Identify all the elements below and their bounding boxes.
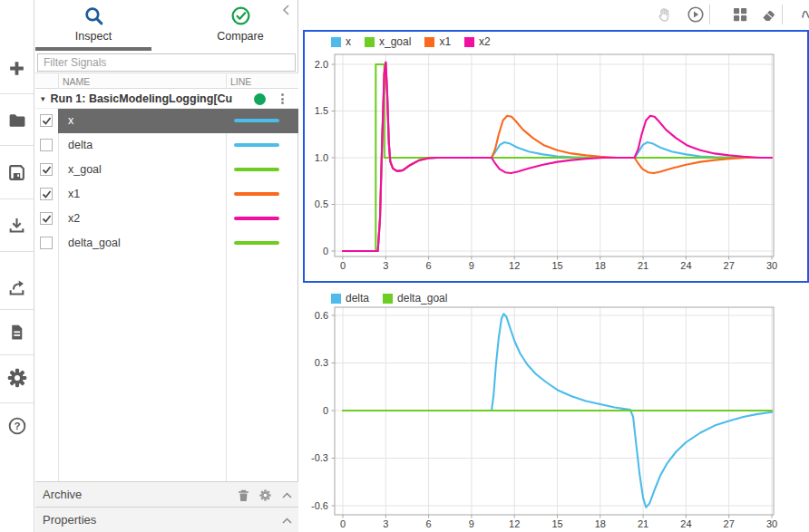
subplot-bottom-chart[interactable]: 036912151821242730-0.6-0.300.30.6 xyxy=(303,288,809,532)
legend-swatch xyxy=(383,294,393,304)
legend-item-x1: x1 xyxy=(424,35,451,48)
divider xyxy=(0,402,34,403)
signal-name-label: x xyxy=(68,114,73,127)
run-menu-kebab-icon[interactable] xyxy=(277,92,288,106)
archive-collapse-chevron-icon[interactable] xyxy=(280,488,294,502)
svg-text:0.5: 0.5 xyxy=(315,198,328,209)
properties-collapse-chevron-icon[interactable] xyxy=(280,514,294,527)
svg-text:3: 3 xyxy=(383,518,388,529)
signal-row-x[interactable]: x xyxy=(35,109,298,133)
run-status-dot xyxy=(254,93,266,105)
signal-display-button[interactable] xyxy=(797,3,809,26)
signal-checkbox[interactable] xyxy=(40,188,53,200)
svg-text:6: 6 xyxy=(426,518,432,529)
properties-section-header[interactable]: Properties xyxy=(35,507,298,532)
signal-row-delta[interactable]: delta xyxy=(35,133,298,158)
signal-line-swatch xyxy=(234,217,279,220)
eraser-icon xyxy=(760,6,777,24)
svg-text:9: 9 xyxy=(469,518,474,529)
save-button[interactable] xyxy=(0,154,34,190)
open-folder-icon xyxy=(7,111,26,130)
trash-icon[interactable] xyxy=(237,488,250,502)
svg-text:12: 12 xyxy=(509,260,520,271)
legend-label: x1 xyxy=(439,35,451,48)
open-button[interactable] xyxy=(0,102,34,138)
svg-text:27: 27 xyxy=(724,260,735,271)
tab-inspect[interactable]: Inspect xyxy=(35,0,151,51)
divider xyxy=(0,145,34,146)
replay-icon xyxy=(687,5,705,24)
divider xyxy=(0,93,34,94)
report-button[interactable] xyxy=(0,314,34,350)
tab-inspect-label: Inspect xyxy=(75,30,112,43)
signal-line-swatch xyxy=(234,143,279,147)
legend-item-x_goal: x_goal xyxy=(365,35,411,48)
legend-swatch xyxy=(331,37,341,47)
check-circle-icon xyxy=(230,5,251,26)
signal-name-label: x_goal xyxy=(68,163,102,176)
signal-row-x1[interactable]: x1 xyxy=(35,182,298,207)
signal-checkbox[interactable] xyxy=(40,163,53,176)
svg-text:21: 21 xyxy=(638,518,648,529)
signal-row-x2[interactable]: x2 xyxy=(35,207,298,231)
signal-checkbox[interactable] xyxy=(40,114,53,127)
preferences-button[interactable] xyxy=(0,360,34,396)
clear-plots-button[interactable] xyxy=(756,3,780,26)
svg-text:-0.3: -0.3 xyxy=(311,452,328,463)
svg-text:0: 0 xyxy=(340,518,346,529)
expand-caret-icon[interactable]: ▾ xyxy=(41,94,45,103)
tab-compare-label: Compare xyxy=(217,30,263,43)
archive-section-header[interactable]: Archive xyxy=(35,481,298,507)
help-button[interactable]: ? xyxy=(0,408,34,444)
signal-line-swatch xyxy=(234,119,279,122)
signal-line-swatch xyxy=(234,241,279,245)
signal-line-swatch xyxy=(234,192,279,196)
run-row[interactable]: ▾ Run 1: BasicModelingLogging[Current] xyxy=(35,89,298,109)
subplot-bottom[interactable]: deltadelta_goal 036912151821242730-0.6-0… xyxy=(303,288,809,532)
signal-name-label: x1 xyxy=(68,188,80,200)
svg-text:0: 0 xyxy=(323,405,328,416)
subplot-top-selected[interactable]: xx_goalx1x2 03691215182124273000.51.01.5… xyxy=(303,30,809,283)
legend-swatch xyxy=(424,37,434,47)
svg-text:0.3: 0.3 xyxy=(315,357,328,368)
signal-checkbox[interactable] xyxy=(40,139,53,151)
subplot-top-chart[interactable]: 03691215182124273000.51.01.52.0 xyxy=(305,32,807,281)
subplot-layout-button[interactable] xyxy=(728,3,752,26)
panel-tabs: Inspect Compare xyxy=(35,0,297,52)
filter-signals-input[interactable] xyxy=(37,53,296,72)
signal-checkbox[interactable] xyxy=(40,212,53,225)
pan-hand-button[interactable] xyxy=(652,3,676,26)
replay-button[interactable] xyxy=(684,3,707,26)
svg-text:1.5: 1.5 xyxy=(315,105,328,116)
svg-text:?: ? xyxy=(14,421,20,431)
import-button[interactable] xyxy=(0,207,34,243)
signal-row-x_goal[interactable]: x_goal xyxy=(35,158,298,182)
signal-name-label: x2 xyxy=(68,212,80,225)
svg-text:6: 6 xyxy=(426,260,432,271)
column-header-name: NAME xyxy=(63,76,90,87)
collapse-panel-button[interactable] xyxy=(279,4,292,16)
archive-label: Archive xyxy=(43,488,82,501)
properties-label: Properties xyxy=(43,513,96,527)
archive-settings-gear-icon[interactable] xyxy=(258,488,272,502)
svg-text:3: 3 xyxy=(383,260,388,271)
subplot-bottom-legend: deltadelta_goal xyxy=(331,292,447,305)
export-button[interactable] xyxy=(0,269,34,305)
add-button[interactable] xyxy=(0,50,34,86)
signal-list: xdeltax_goalx1x2delta_goal xyxy=(35,109,298,256)
divider xyxy=(782,5,783,24)
signal-row-delta_goal[interactable]: delta_goal xyxy=(35,231,298,256)
legend-swatch xyxy=(365,37,375,47)
save-floppy-icon xyxy=(7,163,26,182)
layout-grid-icon xyxy=(732,6,748,23)
checkmark-icon xyxy=(42,116,52,126)
legend-label: x2 xyxy=(479,35,491,48)
simulation-data-inspector-window: ? Inspect Compare xyxy=(0,0,809,532)
legend-swatch xyxy=(464,37,474,47)
svg-text:9: 9 xyxy=(469,260,474,271)
svg-text:2.0: 2.0 xyxy=(315,59,328,70)
signal-name-label: delta xyxy=(68,139,93,151)
svg-text:-0.6: -0.6 xyxy=(311,500,328,511)
signal-checkbox[interactable] xyxy=(40,237,53,249)
svg-text:21: 21 xyxy=(638,260,648,271)
